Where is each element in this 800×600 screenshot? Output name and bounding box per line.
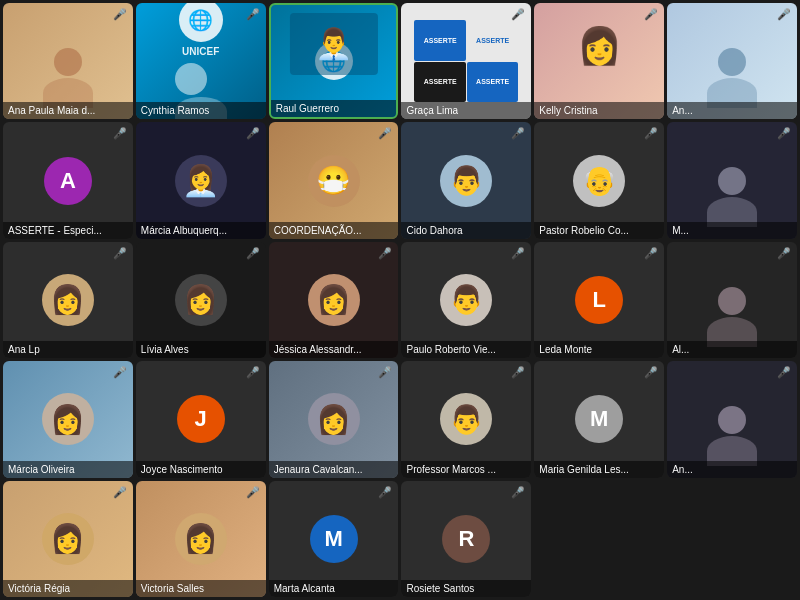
mic-off-icon: 🎤 — [378, 247, 392, 260]
participant-name: Graça Lima — [401, 102, 531, 119]
avatar-initial: M — [575, 395, 623, 443]
participant-name: Cynthia Ramos — [136, 102, 266, 119]
participant-name: Kelly Cristina — [534, 102, 664, 119]
avatar-initial: A — [44, 157, 92, 205]
mic-off-icon: 🎤 — [777, 8, 791, 21]
mic-off-icon: 🎤 — [644, 366, 658, 379]
mic-off-icon: 🎤 — [246, 247, 260, 260]
participant-tile[interactable]: 👴 🎤 Pastor Robelio Co... — [534, 122, 664, 238]
participant-name: Al... — [667, 341, 797, 358]
participant-name: An... — [667, 461, 797, 478]
mic-off-icon: 🎤 — [113, 486, 127, 499]
participant-tile[interactable]: 🎤 Al... — [667, 242, 797, 358]
participant-name: COORDENAÇÃO... — [269, 222, 399, 239]
mic-off-icon: 🎤 — [378, 486, 392, 499]
mic-off-icon: 🎤 — [511, 486, 525, 499]
participant-name: Márcia Oliveira — [3, 461, 133, 478]
participant-name: Joyce Nascimento — [136, 461, 266, 478]
participant-tile[interactable]: ASSERTE ASSERTE ASSERTE ASSERTE 🎤 Graça … — [401, 3, 531, 119]
mic-off-icon: 🎤 — [378, 366, 392, 379]
participant-name: Rosiete Santos — [401, 580, 531, 597]
mic-off-icon: 🎤 — [246, 127, 260, 140]
participant-tile[interactable]: 👨 🎤 Paulo Roberto Vie... — [401, 242, 531, 358]
participant-tile[interactable]: 👩 🎤 Victoria Salles — [136, 481, 266, 597]
mic-off-icon: 🎤 — [511, 366, 525, 379]
participant-name: Jenaura Cavalcan... — [269, 461, 399, 478]
avatar-initial: R — [442, 515, 490, 563]
participant-tile[interactable]: J 🎤 Joyce Nascimento — [136, 361, 266, 477]
participant-name: Márcia Albuquerq... — [136, 222, 266, 239]
participant-name: Raul Guerrero — [271, 100, 397, 117]
participant-name: Paulo Roberto Vie... — [401, 341, 531, 358]
participant-tile[interactable]: M 🎤 Marta Alcanta — [269, 481, 399, 597]
participant-tile[interactable]: 🌐 👨‍💼 Raul Guerrero — [269, 3, 399, 119]
participant-tile[interactable]: 👨 🎤 Cido Dahora — [401, 122, 531, 238]
mic-off-icon: 🎤 — [113, 8, 127, 21]
participant-name: Ana Paula Maia d... — [3, 102, 133, 119]
participant-name: Ana Lp — [3, 341, 133, 358]
participant-name: Professor Marcos ... — [401, 461, 531, 478]
participant-tile[interactable]: R 🎤 Rosiete Santos — [401, 481, 531, 597]
participant-name: Leda Monte — [534, 341, 664, 358]
mic-off-icon: 🎤 — [777, 366, 791, 379]
mic-off-icon: 🎤 — [378, 127, 392, 140]
participant-tile[interactable]: 👩 🎤 Kelly Cristina — [534, 3, 664, 119]
participant-name: Lívia Alves — [136, 341, 266, 358]
avatar-initial: M — [310, 515, 358, 563]
unicef-logo: 🌐 — [179, 3, 223, 42]
participant-tile[interactable]: 🎤 An... — [667, 361, 797, 477]
participant-name: Victória Régia — [3, 580, 133, 597]
participant-name: Pastor Robelio Co... — [534, 222, 664, 239]
participant-tile[interactable]: 👩 🎤 Ana Lp — [3, 242, 133, 358]
mic-off-icon: 🎤 — [113, 127, 127, 140]
participant-tile[interactable]: M 🎤 Maria Genilda Les... — [534, 361, 664, 477]
mic-off-icon: 🎤 — [113, 247, 127, 260]
participant-tile[interactable]: 🎤 Ana Paula Maia d... — [3, 3, 133, 119]
participant-name: ASSERTE - Especi... — [3, 222, 133, 239]
participant-name: An... — [667, 102, 797, 119]
participant-tile[interactable]: 👩 🎤 Jéssica Alessandr... — [269, 242, 399, 358]
video-grid: 🎤 Ana Paula Maia d... 🌐 UNICEF 🎤 Cynthia… — [0, 0, 800, 600]
mic-off-icon: 🎤 — [644, 127, 658, 140]
participant-tile[interactable]: 🌐 UNICEF 🎤 Cynthia Ramos — [136, 3, 266, 119]
participant-tile[interactable]: 😷 🎤 COORDENAÇÃO... — [269, 122, 399, 238]
mic-off-icon: 🎤 — [644, 247, 658, 260]
mic-off-icon: 🎤 — [511, 127, 525, 140]
participant-tile[interactable]: 🎤 M... — [667, 122, 797, 238]
participant-tile[interactable]: 👩 🎤 Márcia Oliveira — [3, 361, 133, 477]
participant-name: Victoria Salles — [136, 580, 266, 597]
participant-name: Maria Genilda Les... — [534, 461, 664, 478]
participant-tile[interactable]: 👨 🎤 Professor Marcos ... — [401, 361, 531, 477]
avatar-initial: J — [177, 395, 225, 443]
mic-off-icon: 🎤 — [511, 8, 525, 21]
participant-tile[interactable]: 👩 🎤 Victória Régia — [3, 481, 133, 597]
participant-tile[interactable]: 👩 🎤 Jenaura Cavalcan... — [269, 361, 399, 477]
participant-name: Jéssica Alessandr... — [269, 341, 399, 358]
mic-off-icon: 🎤 — [777, 247, 791, 260]
mic-off-icon: 🎤 — [246, 366, 260, 379]
participant-name: M... — [667, 222, 797, 239]
avatar-initial: L — [575, 276, 623, 324]
mic-off-icon: 🎤 — [246, 8, 260, 21]
participant-tile[interactable]: 🎤 An... — [667, 3, 797, 119]
participant-tile[interactable]: 👩‍💼 🎤 Márcia Albuquerq... — [136, 122, 266, 238]
participant-tile[interactable]: A 🎤 ASSERTE - Especi... — [3, 122, 133, 238]
participant-name: Marta Alcanta — [269, 580, 399, 597]
mic-off-icon: 🎤 — [777, 127, 791, 140]
mic-off-icon: 🎤 — [511, 247, 525, 260]
participant-name: Cido Dahora — [401, 222, 531, 239]
mic-off-icon: 🎤 — [113, 366, 127, 379]
mic-off-icon: 🎤 — [644, 8, 658, 21]
participant-tile[interactable]: 👩 🎤 Lívia Alves — [136, 242, 266, 358]
mic-off-icon: 🎤 — [246, 486, 260, 499]
participant-tile[interactable]: L 🎤 Leda Monte — [534, 242, 664, 358]
